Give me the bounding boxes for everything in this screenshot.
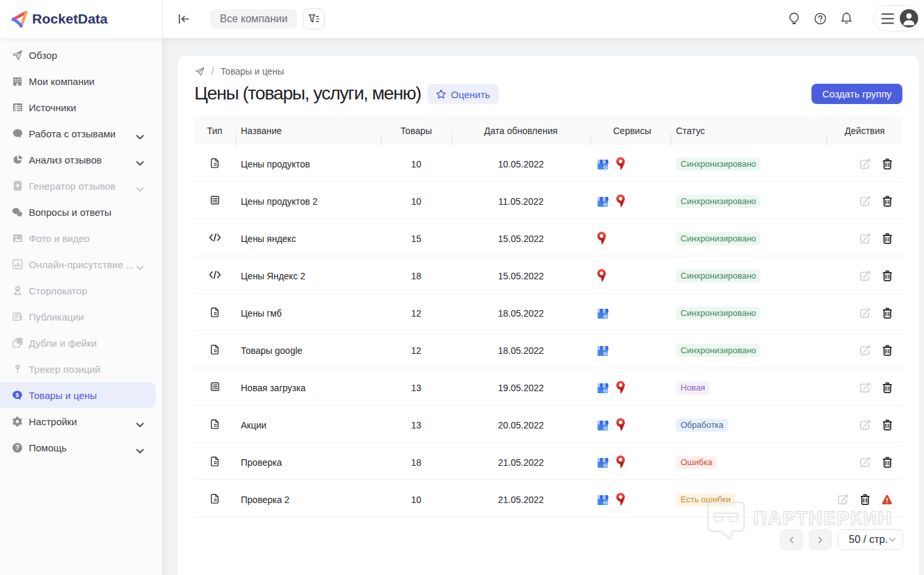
svg-text:?: ?: [15, 444, 19, 451]
svg-text:G: G: [603, 425, 607, 430]
svg-text:G: G: [603, 387, 607, 393]
svg-text:G: G: [603, 313, 607, 319]
svg-text:G: G: [603, 164, 607, 169]
svg-text:$: $: [16, 391, 20, 398]
svg-text:G: G: [603, 350, 607, 356]
svg-text:G: G: [603, 201, 607, 207]
svg-text:G: G: [603, 499, 607, 505]
svg-text:G: G: [603, 462, 607, 468]
